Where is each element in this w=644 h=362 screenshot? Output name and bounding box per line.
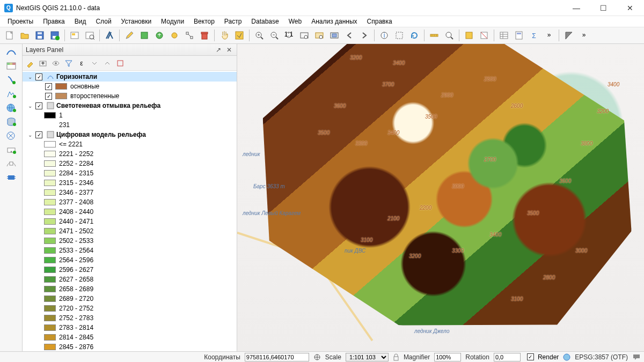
layer-dem-class[interactable]: 2221 - 2252 [23, 149, 237, 159]
coord-toggle-icon[interactable] [313, 353, 321, 361]
toolbar-overflow-1[interactable]: » [542, 28, 556, 42]
deselect-button[interactable] [477, 28, 491, 42]
visibility-checkbox[interactable]: ✓ [35, 131, 42, 138]
visibility-checkbox[interactable]: ✓ [35, 102, 42, 109]
layer-contours-class[interactable]: ✓основные [23, 82, 237, 91]
add-csv-button[interactable]: , [4, 144, 18, 156]
layer-dem-class[interactable]: 2596 - 2627 [23, 265, 237, 275]
minimize-button[interactable]: — [567, 2, 586, 14]
zoom-selection-button[interactable] [312, 28, 326, 42]
menu-вид[interactable]: Вид [70, 17, 91, 26]
composer-manager-button[interactable] [83, 28, 97, 42]
menu-database[interactable]: Database [247, 17, 283, 26]
layer-dem-class[interactable]: 2252 - 2284 [23, 159, 237, 168]
layer-dem[interactable]: ⌄✓Цифровая модель рельефа [23, 130, 237, 139]
statistics-button[interactable]: Σ [527, 28, 541, 42]
layer-contours[interactable]: ⌄✓Горизонтали [23, 72, 237, 82]
zoom-native-button[interactable]: 1:1 [282, 28, 296, 42]
menu-анализ данных[interactable]: Анализ данных [307, 17, 361, 26]
expand-caret-icon[interactable]: ⌄ [27, 103, 33, 109]
layer-dem-class[interactable]: 2471 - 2502 [23, 226, 237, 236]
layer-dem-class[interactable]: 2408 - 2440 [23, 207, 237, 217]
visibility-checkbox[interactable]: ✓ [45, 83, 52, 90]
zoom-last-button[interactable] [342, 28, 356, 42]
menu-установки[interactable]: Установки [117, 17, 156, 26]
layer-dem-class[interactable]: <= 2221 [23, 139, 237, 149]
node-tool-button[interactable] [182, 28, 196, 42]
layer-dem-class[interactable]: 2627 - 2658 [23, 275, 237, 284]
menu-web[interactable]: Web [284, 17, 306, 26]
layer-dem-class[interactable]: 2440 - 2471 [23, 217, 237, 226]
layer-contours-class[interactable]: ✓второстепенные [23, 91, 237, 101]
pan-selection-button[interactable] [232, 28, 246, 42]
magnifier-input[interactable] [434, 353, 461, 361]
scale-select[interactable]: 1:101 103 [346, 353, 389, 361]
render-toggle[interactable]: ✓Render [525, 353, 559, 361]
visibility-checkbox[interactable]: ✓ [45, 93, 52, 100]
lock-scale-icon[interactable] [393, 353, 399, 361]
maximize-button[interactable]: ☐ [594, 2, 613, 14]
expand-icon[interactable] [90, 59, 99, 68]
add-feature-button[interactable]: + [152, 28, 166, 42]
menu-растр[interactable]: Растр [220, 17, 246, 26]
save-as-button[interactable] [48, 28, 62, 42]
add-delimited-text-button[interactable] [4, 74, 18, 86]
remove-layer-icon[interactable] [116, 59, 125, 68]
layer-dem-class[interactable]: 2502 - 2533 [23, 236, 237, 246]
add-virtual-layer-button[interactable] [4, 158, 18, 169]
layer-dem-class[interactable]: 2752 - 2783 [23, 313, 237, 323]
attribute-table-button[interactable] [497, 28, 511, 42]
new-project-button[interactable] [3, 28, 17, 42]
menu-модули[interactable]: Модули [157, 17, 188, 26]
toolbar-overflow-2[interactable]: » [577, 28, 591, 42]
nextgis-icon[interactable] [103, 28, 116, 42]
layer-tree[interactable]: ⌄✓Горизонтали✓основные✓второстепенные⌄✓С… [23, 71, 237, 351]
crs-label[interactable]: EPSG:3857 (OTF) [575, 353, 628, 361]
rotation-input[interactable] [494, 353, 521, 361]
bookmark-button[interactable] [562, 28, 576, 42]
identify-button[interactable]: i [377, 28, 391, 42]
panel-close-button[interactable]: ✕ [225, 46, 233, 54]
menu-вектор[interactable]: Вектор [189, 17, 219, 26]
menu-слой[interactable]: Слой [91, 17, 115, 26]
style-icon[interactable] [26, 59, 34, 68]
expand-caret-icon[interactable]: ⌄ [27, 132, 33, 138]
zoom-full-button[interactable] [297, 28, 311, 42]
expression-icon[interactable]: ε [77, 59, 86, 68]
edit-toggle-button[interactable] [122, 28, 136, 42]
pan-button[interactable] [217, 28, 231, 42]
layer-hillshade-class[interactable]: 231 [23, 120, 237, 130]
crs-icon[interactable] [563, 353, 570, 361]
layer-hillshade[interactable]: ⌄✓Светотеневая отмывка рельефа [23, 101, 237, 110]
menu-правка[interactable]: Правка [39, 17, 69, 26]
move-feature-button[interactable] [167, 28, 181, 42]
save-edits-button[interactable] [137, 28, 151, 42]
add-raster-layer-button[interactable] [4, 60, 18, 72]
field-calc-button[interactable] [512, 28, 526, 42]
visibility-icon[interactable] [52, 59, 60, 68]
zoom-layer-button[interactable] [327, 28, 341, 42]
add-group-icon[interactable]: + [39, 59, 47, 68]
layer-hillshade-class[interactable]: 1 [23, 110, 237, 120]
add-vector-layer-button[interactable] [4, 46, 18, 58]
panel-undock-button[interactable]: ↗ [214, 46, 223, 54]
visibility-checkbox[interactable]: ✓ [35, 73, 42, 80]
refresh-button[interactable] [407, 28, 421, 42]
menu-проекты[interactable]: Проекты [3, 17, 38, 26]
processing-button[interactable] [4, 172, 18, 183]
collapse-icon[interactable] [103, 59, 112, 68]
open-project-button[interactable] [18, 28, 32, 42]
delete-feature-button[interactable] [197, 28, 211, 42]
layer-dem-class[interactable]: 2346 - 2377 [23, 188, 237, 197]
zoom-in-button[interactable] [252, 28, 266, 42]
layer-dem-class[interactable]: 2689 - 2720 [23, 294, 237, 304]
select-features-button[interactable] [462, 28, 476, 42]
new-composer-button[interactable] [68, 28, 82, 42]
filter-icon[interactable] [64, 59, 73, 68]
add-postgis-button[interactable] [4, 116, 18, 128]
layer-dem-class[interactable]: 2284 - 2315 [23, 168, 237, 178]
map-tips-button[interactable] [442, 28, 456, 42]
add-wms-button[interactable] [4, 102, 18, 114]
map-canvas[interactable]: 3200340037003600350033003400350029002500… [237, 44, 644, 351]
layer-dem-class[interactable]: 2720 - 2752 [23, 304, 237, 313]
